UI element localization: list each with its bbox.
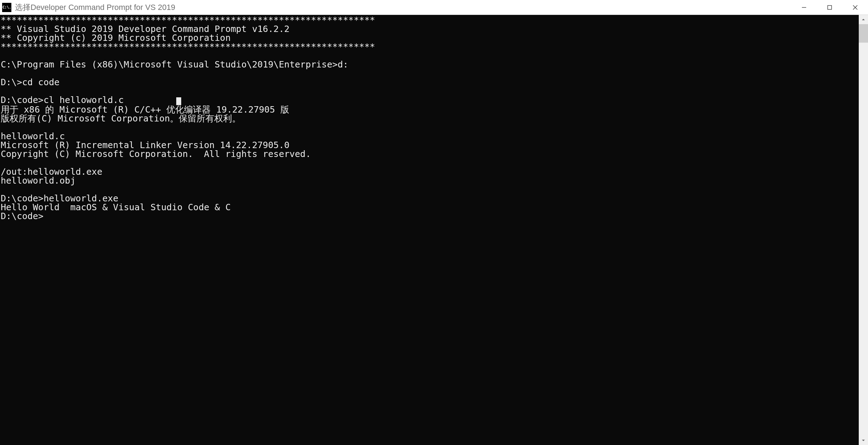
console-line: D:\code> bbox=[1, 212, 858, 221]
scroll-thumb[interactable] bbox=[859, 24, 868, 43]
scroll-down-button[interactable] bbox=[859, 436, 868, 445]
app-icon-label: C:\. bbox=[2, 5, 11, 10]
console-line: C:\Program Files (x86)\Microsoft Visual … bbox=[1, 60, 858, 69]
console-line bbox=[1, 158, 858, 167]
console-line: ** Copyright (c) 2019 Microsoft Corporat… bbox=[1, 33, 858, 42]
console-line bbox=[1, 123, 858, 132]
console-line: helloworld.c bbox=[1, 132, 858, 141]
svg-rect-1 bbox=[828, 5, 832, 9]
close-icon bbox=[853, 5, 858, 10]
window-title: 选择Developer Command Prompt for VS 2019 bbox=[15, 2, 791, 13]
console-line: helloworld.obj bbox=[1, 176, 858, 185]
console-wrapper: ****************************************… bbox=[0, 15, 868, 445]
vertical-scrollbar[interactable] bbox=[859, 15, 868, 445]
scroll-track[interactable] bbox=[859, 24, 868, 436]
console-line: ****************************************… bbox=[1, 16, 858, 25]
maximize-icon bbox=[827, 5, 832, 10]
console-line: ****************************************… bbox=[1, 42, 858, 51]
console-line: /out:helloworld.exe bbox=[1, 167, 858, 176]
console-line: 版权所有(C) Microsoft Corporation。保留所有权利。 bbox=[1, 114, 858, 123]
console-line bbox=[1, 69, 858, 78]
chevron-up-icon bbox=[861, 17, 866, 22]
console-line: Hello World macOS & Visual Studio Code &… bbox=[1, 203, 858, 212]
text-cursor bbox=[176, 97, 181, 105]
console-line: 用于 x86 的 Microsoft (R) C/C++ 优化编译器 19.22… bbox=[1, 105, 858, 114]
console-line: D:\code>helloworld.exe bbox=[1, 194, 858, 203]
console-line bbox=[1, 185, 858, 194]
console-line: Copyright (C) Microsoft Corporation. All… bbox=[1, 150, 858, 158]
app-icon: C:\. bbox=[2, 3, 11, 12]
window-controls bbox=[791, 0, 868, 15]
maximize-button[interactable] bbox=[817, 0, 842, 15]
scroll-up-button[interactable] bbox=[859, 15, 868, 24]
close-button[interactable] bbox=[842, 0, 868, 15]
console-line bbox=[1, 87, 858, 96]
minimize-icon bbox=[802, 5, 807, 10]
console-line: D:\>cd code bbox=[1, 78, 858, 87]
chevron-down-icon bbox=[861, 438, 866, 443]
console-line: Microsoft (R) Incremental Linker Version… bbox=[1, 141, 858, 150]
console-line: D:\code>cl helloworld.c bbox=[1, 96, 858, 105]
console-output[interactable]: ****************************************… bbox=[0, 15, 859, 445]
minimize-button[interactable] bbox=[791, 0, 817, 15]
titlebar[interactable]: C:\. 选择Developer Command Prompt for VS 2… bbox=[0, 0, 868, 15]
console-line: ** Visual Studio 2019 Developer Command … bbox=[1, 25, 858, 33]
console-line bbox=[1, 51, 858, 60]
